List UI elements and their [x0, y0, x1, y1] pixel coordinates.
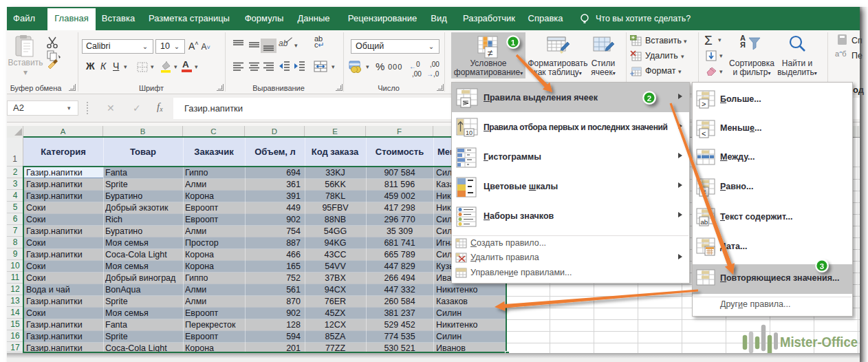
svg-text:=: = — [702, 188, 706, 196]
svg-text:10: 10 — [466, 129, 473, 136]
svg-text:ab: ab — [701, 218, 708, 226]
svg-text:<: < — [702, 129, 706, 138]
svg-text:>: > — [702, 100, 706, 108]
svg-text:Mister-Office: Mister-Office — [780, 334, 858, 350]
svg-text:≠: ≠ — [488, 47, 493, 58]
